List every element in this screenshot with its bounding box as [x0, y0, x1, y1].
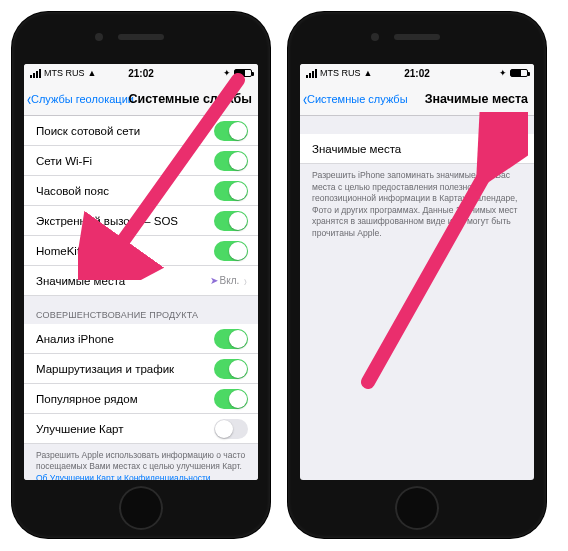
signal-icon: [306, 69, 317, 78]
battery-icon: [234, 69, 252, 77]
status-right: ✦: [499, 68, 528, 78]
toggle[interactable]: [214, 121, 248, 141]
screen-right: MTS RUS ▲ 21:02 ✦ ‹ Системные службы Зна…: [300, 64, 534, 480]
row-label: Значимые места: [312, 143, 490, 155]
status-carrier: MTS RUS ▲: [30, 68, 96, 78]
row-label: Анализ iPhone: [36, 333, 214, 345]
row-label: Маршрутизация и трафик: [36, 363, 214, 375]
row-detail: Вкл.: [220, 275, 240, 286]
bluetooth-icon: ✦: [499, 68, 507, 78]
phone-speaker: [394, 34, 440, 40]
chevron-left-icon: ‹: [27, 90, 31, 108]
status-time: 21:02: [404, 68, 430, 79]
phone-speaker: [118, 34, 164, 40]
row-top-0[interactable]: Поиск сотовой сети: [24, 116, 258, 146]
toggle[interactable]: [214, 151, 248, 171]
signal-icon: [30, 69, 41, 78]
row-significant-places-toggle[interactable]: Значимые места: [300, 134, 534, 164]
nav-bar: ‹ Службы геолокации Системные службы: [24, 82, 258, 116]
toggle[interactable]: [214, 419, 248, 439]
status-bar: MTS RUS ▲ 21:02 ✦: [24, 64, 258, 82]
row-top-1[interactable]: Сети Wi-Fi: [24, 146, 258, 176]
status-bar: MTS RUS ▲ 21:02 ✦: [300, 64, 534, 82]
chevron-right-icon: ›: [244, 273, 247, 289]
row-label: Значимые места: [36, 275, 210, 287]
row-top-4[interactable]: HomeKit: [24, 236, 258, 266]
settings-content[interactable]: Поиск сотовой сетиСети Wi-FiЧасовой пояс…: [24, 116, 258, 480]
nav-title: Системные службы: [128, 92, 252, 106]
row-improve-1[interactable]: Маршрутизация и трафик: [24, 354, 258, 384]
screen-left: MTS RUS ▲ 21:02 ✦ ‹ Службы геолокации Си…: [24, 64, 258, 480]
spacer: [300, 116, 534, 134]
status-right: ✦: [223, 68, 252, 78]
row-significant-places[interactable]: Значимые места ➤ Вкл. ›: [24, 266, 258, 296]
toggle[interactable]: [214, 181, 248, 201]
carrier-label: MTS RUS: [44, 68, 85, 78]
toggle[interactable]: [214, 359, 248, 379]
footer-text: Разрешить Apple использовать информацию …: [36, 450, 245, 471]
nav-back-button[interactable]: ‹ Системные службы: [300, 90, 408, 108]
phone-left: MTS RUS ▲ 21:02 ✦ ‹ Службы геолокации Си…: [12, 12, 270, 538]
row-top-2[interactable]: Часовой пояс: [24, 176, 258, 206]
nav-back-label: Системные службы: [307, 93, 408, 105]
status-carrier: MTS RUS ▲: [306, 68, 372, 78]
battery-icon: [510, 69, 528, 77]
row-label: Экстренный вызов — SOS: [36, 215, 214, 227]
row-label: Популярное рядом: [36, 393, 214, 405]
section-header-improve: СОВЕРШЕНСТВОВАНИЕ ПРОДУКТА: [24, 296, 258, 324]
phone-camera: [95, 33, 103, 41]
status-time: 21:02: [128, 68, 154, 79]
row-label: Поиск сотовой сети: [36, 125, 214, 137]
footer-link[interactable]: Об Улучшении Карт и Конфиденциальности…: [36, 473, 219, 480]
footer-maps-improve: Разрешить Apple использовать информацию …: [24, 444, 258, 480]
row-label: Часовой пояс: [36, 185, 214, 197]
chevron-left-icon: ‹: [303, 90, 307, 108]
home-button[interactable]: [119, 486, 163, 530]
bluetooth-icon: ✦: [223, 68, 231, 78]
row-improve-3[interactable]: Улучшение Карт: [24, 414, 258, 444]
phone-right: MTS RUS ▲ 21:02 ✦ ‹ Системные службы Зна…: [288, 12, 546, 538]
row-top-3[interactable]: Экстренный вызов — SOS: [24, 206, 258, 236]
toggle[interactable]: [214, 329, 248, 349]
nav-back-label: Службы геолокации: [31, 93, 134, 105]
carrier-label: MTS RUS: [320, 68, 361, 78]
footer-description: Разрешить iPhone запоминать значимые для…: [300, 164, 534, 248]
row-label: Сети Wi-Fi: [36, 155, 214, 167]
toggle-significant-places[interactable]: [490, 139, 524, 159]
row-label: Улучшение Карт: [36, 423, 214, 435]
home-button[interactable]: [395, 486, 439, 530]
location-arrow-icon: ➤: [210, 275, 218, 286]
wifi-icon: ▲: [364, 68, 373, 78]
nav-title: Значимые места: [425, 92, 528, 106]
row-improve-2[interactable]: Популярное рядом: [24, 384, 258, 414]
phone-camera: [371, 33, 379, 41]
toggle[interactable]: [214, 241, 248, 261]
settings-content[interactable]: Значимые места Разрешить iPhone запомина…: [300, 116, 534, 480]
wifi-icon: ▲: [88, 68, 97, 78]
row-label: HomeKit: [36, 245, 214, 257]
toggle[interactable]: [214, 389, 248, 409]
nav-back-button[interactable]: ‹ Службы геолокации: [24, 90, 134, 108]
nav-bar: ‹ Системные службы Значимые места: [300, 82, 534, 116]
row-improve-0[interactable]: Анализ iPhone: [24, 324, 258, 354]
toggle[interactable]: [214, 211, 248, 231]
